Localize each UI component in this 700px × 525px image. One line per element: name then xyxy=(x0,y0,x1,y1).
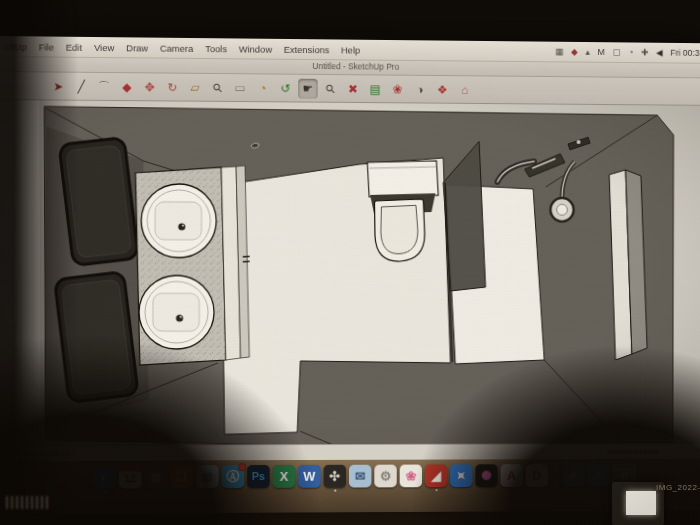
photo-watermark: IMG_2022- xyxy=(656,483,700,492)
menu-window[interactable]: Window xyxy=(239,43,272,54)
red-extension-icon[interactable]: ◆ xyxy=(571,47,578,56)
components-tool-icon[interactable]: ❖ xyxy=(433,79,452,99)
dock-icon-bim-app[interactable]: D xyxy=(526,464,548,487)
books-icon: ❏ xyxy=(177,471,187,482)
zoom-window-tool-icon[interactable]: ⚲ xyxy=(204,73,232,101)
styles-tool-icon[interactable]: ❀ xyxy=(388,79,408,99)
dock-icon-word[interactable]: W xyxy=(298,465,321,488)
sketchup-swoosh-icon: ◢ xyxy=(431,469,441,482)
select-tool-icon[interactable]: ➤ xyxy=(48,76,68,96)
dock-icon-photoshop[interactable]: Ps xyxy=(247,465,270,488)
zoom-tool-icon[interactable]: ⚲ xyxy=(317,74,345,102)
section-plane-tool-icon[interactable]: ▤ xyxy=(366,79,386,99)
m-menu-icon[interactable]: M xyxy=(598,48,605,57)
dock-icon-installer[interactable]: ⚙ xyxy=(374,465,396,488)
dock-icon-photos[interactable]: ❀ xyxy=(400,465,422,488)
line-tool-icon[interactable]: ╱ xyxy=(71,76,91,96)
dock-divider xyxy=(555,464,556,492)
calendar-day: 12 xyxy=(125,474,136,484)
menu-extensions[interactable]: Extensions xyxy=(284,43,330,54)
desk-label-smudge xyxy=(6,496,50,509)
dock-icon-safari[interactable]: ✦ xyxy=(450,464,472,487)
dock-icon-app-store[interactable]: Ⓐ xyxy=(221,465,244,488)
photo-thumbnail-icon: ▨ xyxy=(202,471,212,482)
dock-icon-excel[interactable]: X xyxy=(273,465,296,488)
notification-badge xyxy=(238,463,246,471)
dock-icon-calendar[interactable]: 12 xyxy=(119,465,142,488)
contacts-icon: ▤ xyxy=(151,471,161,482)
dock-icon-contacts[interactable]: ▤ xyxy=(145,465,168,488)
canvas-vignette xyxy=(0,100,700,445)
mail-stamp-icon: ✉ xyxy=(355,470,366,483)
macos-screen: chUp File Edit View Draw Camera Tools Wi… xyxy=(0,36,700,514)
dock-folder-applications[interactable]: A xyxy=(562,464,584,487)
running-indicator xyxy=(435,489,437,491)
dock: ◐ 12 ▤ ❏ ▨ Ⓐ Ps X xyxy=(0,459,700,514)
dock-icon-photo-file[interactable]: ▨ xyxy=(196,465,219,488)
menu-sketchup[interactable]: chUp xyxy=(5,41,27,52)
grid-menu-extra-icon[interactable]: ▦ xyxy=(555,47,563,56)
pan-tool-icon[interactable]: ☛ xyxy=(298,78,318,98)
galaxy-icon: ✺ xyxy=(481,469,492,482)
menu-file[interactable]: File xyxy=(39,41,54,52)
warehouse-tool-icon[interactable]: ⌂ xyxy=(455,80,474,100)
menu-clock[interactable]: Fri 00:3 xyxy=(670,48,699,58)
orbit-tool-icon[interactable]: ↺ xyxy=(276,78,296,98)
photoshop-icon: Ps xyxy=(252,471,265,482)
app-store-icon: Ⓐ xyxy=(226,470,239,483)
dock-icon-render-app[interactable]: ✺ xyxy=(475,464,497,487)
arrow-menu-icon[interactable]: ▴ xyxy=(586,47,590,56)
menu-edit[interactable]: Edit xyxy=(66,41,82,52)
menu-camera[interactable]: Camera xyxy=(160,42,193,53)
menu-status-area: ▦ ◆ ▴ M ▢ ◔ ✚ ◀ Fri 00:3 xyxy=(555,47,699,58)
model-viewport[interactable] xyxy=(0,100,700,445)
dock-folder-documents[interactable]: ≡ xyxy=(587,464,609,487)
propeller-icon: ✣ xyxy=(329,470,340,483)
documents-folder-icon: ≡ xyxy=(595,470,601,481)
plus-menu-icon[interactable]: ✚ xyxy=(641,48,648,57)
calendar-red-strip xyxy=(119,465,142,471)
menu-help[interactable]: Help xyxy=(341,44,360,55)
dock-icon-sketchup[interactable]: ◢ xyxy=(425,464,447,487)
dock-icon-mail[interactable]: ✉ xyxy=(349,465,371,488)
menu-tools[interactable]: Tools xyxy=(205,43,227,54)
paint-bucket-tool-icon[interactable]: ◆ xyxy=(117,77,137,97)
dock-icon-finder[interactable]: ◐ xyxy=(93,466,116,489)
tape-measure-tool-icon[interactable]: ▭ xyxy=(230,78,250,98)
dock-icon-autocad[interactable]: A xyxy=(501,464,523,487)
clock-menu-icon[interactable]: ◔ xyxy=(628,48,633,57)
menu-draw[interactable]: Draw xyxy=(126,42,148,53)
word-icon: W xyxy=(303,470,315,483)
applications-folder-icon: A xyxy=(570,470,578,481)
compass-icon: ✦ xyxy=(453,467,469,484)
trash-icon: ▯ xyxy=(621,470,628,483)
running-indicator xyxy=(103,490,105,493)
gear-icon: ⚙ xyxy=(380,470,391,483)
desk-object-screen xyxy=(626,491,656,515)
photos-flower-icon: ❀ xyxy=(406,469,417,482)
running-indicator xyxy=(334,489,336,491)
arc-tool-icon[interactable]: ⌒ xyxy=(94,76,114,96)
menu-view[interactable]: View xyxy=(94,42,114,53)
photo-of-monitor: chUp File Edit View Draw Camera Tools Wi… xyxy=(0,0,700,525)
scale-tool-icon[interactable]: ▱ xyxy=(185,77,205,97)
display-menu-icon[interactable]: ▢ xyxy=(612,48,620,57)
shadows-tool-icon[interactable]: ◑ xyxy=(410,79,429,99)
status-hint: ag in direction to pan xyxy=(0,449,74,458)
finder-icon: ◐ xyxy=(101,471,109,484)
protractor-tool-icon[interactable]: ◔ xyxy=(253,78,273,98)
dock-icon-utility-wheel[interactable]: ✣ xyxy=(324,465,347,488)
rotate-tool-icon[interactable]: ↻ xyxy=(162,77,182,97)
menu-items: chUp File Edit View Draw Camera Tools Wi… xyxy=(5,41,361,55)
excel-icon: X xyxy=(280,470,289,483)
dock-icon-books[interactable]: ❏ xyxy=(170,465,193,488)
volume-icon[interactable]: ◀ xyxy=(656,48,663,57)
bim-d-icon: D xyxy=(532,469,541,482)
autocad-a-icon: A xyxy=(507,469,516,482)
measurements-label[interactable]: Measurements xyxy=(608,447,700,456)
bathroom-model xyxy=(0,100,700,445)
move-tool-icon[interactable]: ✥ xyxy=(140,77,160,97)
zoom-extents-tool-icon[interactable]: ✖ xyxy=(343,79,363,99)
